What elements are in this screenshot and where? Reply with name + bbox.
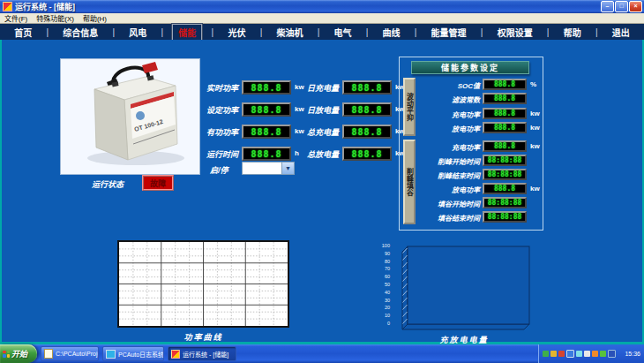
setting-display-peak-end-time[interactable]: 88:88:88 — [483, 169, 527, 180]
nav-separator — [212, 27, 214, 37]
nav-separator — [481, 27, 483, 37]
windows-logo-icon — [3, 351, 10, 358]
minimize-button[interactable] — [601, 1, 614, 12]
metric-display-total-charge: 888.8 — [342, 125, 392, 139]
app-icon — [3, 2, 12, 11]
setting-label: 充电功率 — [418, 142, 480, 152]
nav-electrical[interactable]: 电气 — [329, 25, 357, 40]
start-button-label: 开始 — [11, 348, 27, 359]
setting-label: 填谷结束时间 — [418, 213, 480, 223]
setting-label: 放电功率 — [418, 185, 480, 194]
maximize-button[interactable] — [615, 1, 628, 12]
tray-icon[interactable] — [550, 351, 557, 357]
metric-display-set-power: 888.8 — [242, 102, 291, 117]
nav-separator — [260, 27, 263, 37]
metric-display-daily-discharge: 888.8 — [342, 102, 392, 117]
taskbar-task-log-system[interactable]: PCAuto日志系统 — [102, 346, 164, 361]
nav-overview[interactable]: 综合信息 — [57, 25, 103, 40]
tray-icon[interactable] — [584, 351, 590, 357]
setting-unit: kw — [530, 124, 540, 132]
metric-display-realtime-power: 888.8 — [242, 80, 291, 95]
tray-icon[interactable] — [566, 350, 574, 358]
nav-storage-active[interactable]: 储能 — [172, 24, 202, 41]
title-bar: 运行系统 - [储能] — [0, 0, 644, 13]
setting-unit: kw — [530, 142, 540, 150]
metric-label: 日放电量 — [291, 104, 339, 116]
tray-icon[interactable] — [576, 351, 582, 357]
setting-display-discharge-power-2[interactable]: 888.8 — [483, 183, 527, 194]
tray-icon[interactable] — [600, 351, 606, 357]
tray-icon[interactable] — [608, 350, 616, 358]
window-icon — [106, 350, 116, 359]
setting-label: 削峰结束时间 — [418, 170, 480, 180]
taskbar-clock: 15:36 — [625, 351, 640, 357]
run-status-indicator: 故障 — [142, 175, 174, 191]
battery-image-panel: OT 100-12 — [60, 58, 200, 175]
setting-display-charge-power-2[interactable]: 888.8 — [483, 140, 527, 152]
setting-display-filter-constant[interactable]: 888.8 — [483, 93, 527, 104]
setting-unit: % — [530, 80, 536, 88]
metric-label: 总充电量 — [291, 126, 339, 138]
energy-chart-yticks: 10090 8070 6050 4030 2010 0 — [376, 244, 390, 326]
energy-chart-frame — [393, 245, 535, 333]
metric-label: 有功功率 — [191, 126, 238, 138]
metric-display-active-power: 888.8 — [242, 125, 291, 139]
metric-display-run-time: 888.8 — [242, 147, 291, 161]
nav-pv[interactable]: 光伏 — [222, 25, 251, 40]
nav-separator — [547, 27, 550, 37]
nav-wind[interactable]: 风电 — [124, 25, 152, 40]
metric-label: 实时功率 — [191, 82, 238, 94]
start-stop-dropdown[interactable]: ▼ — [242, 162, 295, 175]
setting-label: 充电功率 — [418, 110, 480, 119]
setting-unit: kw — [530, 110, 540, 117]
setting-display-valley-start-time[interactable]: 88:88:88 — [483, 197, 527, 208]
setting-label: 削峰开始时间 — [418, 156, 480, 166]
nav-separator — [366, 27, 369, 37]
setting-display-peak-start-time[interactable]: 88:88:88 — [483, 155, 527, 166]
metric-label: 运行时间 — [191, 148, 238, 160]
nav-separator — [318, 27, 320, 37]
menu-special-functions[interactable]: 特殊功能(X) — [36, 13, 74, 23]
nav-separator — [161, 27, 164, 37]
metric-label: 总放电量 — [291, 148, 339, 160]
taskbar-task-run-system[interactable]: 运行系统 - [储能] — [168, 346, 236, 361]
tray-icon[interactable] — [592, 351, 598, 357]
chevron-down-icon[interactable]: ▼ — [281, 163, 294, 174]
group-tab-smoothing: 波动平抑 — [403, 78, 416, 136]
setting-display-discharge-power-1[interactable]: 888.8 — [483, 122, 527, 133]
nav-help[interactable]: 帮助 — [558, 25, 587, 40]
taskbar-task-explorer[interactable]: C:\PCAuto\Proje... — [41, 346, 99, 361]
setting-display-soc[interactable]: 888.8 — [483, 79, 527, 90]
close-button[interactable] — [629, 1, 642, 12]
battery-clamp-red — [142, 62, 158, 73]
folder-icon — [44, 349, 53, 359]
setting-label: 填谷开始时间 — [418, 199, 480, 208]
battery-image: OT 100-12 — [61, 59, 199, 174]
setting-label: 放电功率 — [418, 124, 480, 133]
settings-panel-title: 储能参数设定 — [411, 61, 529, 74]
power-curve-grid — [119, 242, 288, 326]
setting-unit: kw — [530, 185, 540, 193]
metric-display-daily-charge: 888.8 — [342, 80, 392, 95]
nav-energy-mgmt[interactable]: 能量管理 — [426, 25, 472, 40]
nav-curves[interactable]: 曲线 — [378, 25, 406, 40]
nav-home[interactable]: 首页 — [9, 25, 37, 40]
start-button[interactable]: 开始 — [0, 344, 37, 363]
nav-permissions[interactable]: 权限设置 — [492, 25, 538, 40]
metric-display-total-discharge: 888.8 — [342, 147, 392, 161]
start-stop-label: 启/停 — [210, 164, 228, 176]
setting-display-charge-power-1[interactable]: 888.8 — [483, 108, 527, 119]
tray-icon[interactable] — [558, 351, 565, 357]
nav-separator — [46, 27, 49, 37]
nav-exit[interactable]: 退出 — [607, 25, 635, 40]
menu-file[interactable]: 文件(F) — [4, 13, 27, 23]
metric-label: 日充电量 — [291, 82, 339, 94]
menu-help[interactable]: 帮助(H) — [83, 13, 107, 23]
nav-separator — [112, 27, 115, 37]
system-tray: 15:36 — [538, 344, 644, 363]
window-title: 运行系统 - [储能] — [15, 1, 600, 12]
setting-display-valley-end-time[interactable]: 88:88:88 — [483, 211, 527, 223]
tray-icon[interactable] — [543, 351, 549, 357]
nav-diesel[interactable]: 柴油机 — [271, 25, 308, 40]
power-curve-chart — [117, 240, 289, 328]
